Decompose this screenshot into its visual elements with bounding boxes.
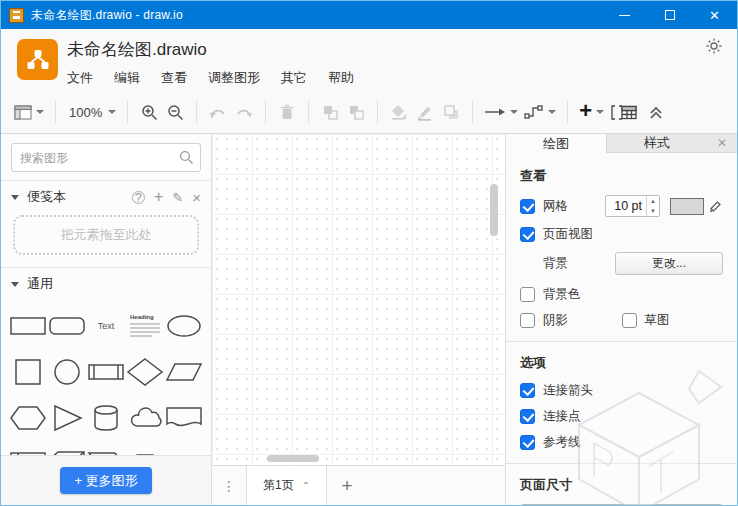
page-view-label: 页面视图 <box>543 226 593 243</box>
line-color-button[interactable] <box>412 97 438 127</box>
general-section-header[interactable]: 通用 <box>1 268 211 300</box>
shape-process[interactable] <box>87 352 126 392</box>
more-shapes-button[interactable]: + 更多图形 <box>60 467 151 494</box>
page-view-checkbox[interactable] <box>520 227 535 242</box>
shape-triangle[interactable] <box>48 398 87 438</box>
grid-size-stepper[interactable]: ▲▼ <box>646 196 659 216</box>
menu-item-2[interactable]: 查看 <box>161 69 187 87</box>
tab-style[interactable]: 样式 <box>607 134 707 152</box>
window-title: 未命名绘图.drawio - draw.io <box>31 7 602 24</box>
to-back-button[interactable] <box>343 97 369 127</box>
insert-table-button[interactable] <box>607 97 643 127</box>
option-checkbox-0[interactable] <box>520 383 535 398</box>
scratchpad-edit-icon[interactable]: ✎ <box>172 191 183 204</box>
vertical-scrollbar[interactable] <box>490 184 498 236</box>
search-icon <box>179 150 194 165</box>
shape-tape[interactable] <box>164 444 203 455</box>
shape-parallelogram[interactable] <box>164 352 203 392</box>
svg-text:Heading: Heading <box>130 314 154 320</box>
plus-icon: + <box>579 100 592 122</box>
app-window: 未命名绘图.drawio - draw.io ✕ 未命名绘图.drawio 文件… <box>0 0 738 506</box>
edit-color-icon[interactable] <box>709 199 723 213</box>
theme-toggle-icon[interactable] <box>705 37 723 59</box>
sketch-checkbox[interactable] <box>622 313 637 328</box>
menu-item-3[interactable]: 调整图形 <box>208 69 260 87</box>
shape-rectangle[interactable] <box>9 306 48 346</box>
view-panels-button[interactable] <box>11 97 47 127</box>
collapse-expand-button[interactable] <box>643 97 669 127</box>
page-tab[interactable]: 第1页 ⌃ <box>246 466 327 505</box>
scratchpad-add-icon[interactable]: + <box>154 189 163 205</box>
option-checkbox-2[interactable] <box>520 435 535 450</box>
options-list: 连接箭头连接点参考线 <box>520 382 723 451</box>
undo-button[interactable] <box>205 97 231 127</box>
shape-ellipse[interactable] <box>164 306 203 346</box>
shape-document[interactable] <box>164 398 203 438</box>
redo-button[interactable] <box>231 97 257 127</box>
add-page-button[interactable]: + <box>327 466 367 505</box>
waypoint-style-button[interactable] <box>521 97 559 127</box>
app-icon <box>9 8 24 23</box>
option-label-0: 连接箭头 <box>543 382 593 399</box>
scratchpad-header[interactable]: 便笺本 ? + ✎ × <box>1 181 211 213</box>
background-color-checkbox[interactable] <box>520 287 535 302</box>
drawing-canvas[interactable] <box>212 134 505 465</box>
to-front-button[interactable] <box>317 97 343 127</box>
format-panel-tabs: 绘图 样式 ✕ <box>506 134 737 153</box>
shape-text[interactable]: Text <box>87 306 126 346</box>
view-section-title: 查看 <box>520 167 723 185</box>
canvas-column: ⋮ 第1页 ⌃ + <box>212 134 505 505</box>
close-button[interactable]: ✕ <box>692 1 737 29</box>
help-icon[interactable]: ? <box>132 191 145 204</box>
shape-rounded-rectangle[interactable] <box>48 306 87 346</box>
tab-diagram[interactable]: 绘图 <box>506 134 607 153</box>
shape-circle[interactable] <box>48 352 87 392</box>
shadow-label: 阴影 <box>543 312 568 329</box>
scratchpad-dropzone[interactable]: 把元素拖至此处 <box>13 215 199 255</box>
grid-checkbox[interactable] <box>520 199 535 214</box>
menu-item-0[interactable]: 文件 <box>67 69 93 87</box>
option-checkbox-1[interactable] <box>520 409 535 424</box>
panel-close-icon[interactable]: ✕ <box>707 134 737 152</box>
zoom-in-button[interactable] <box>136 97 162 127</box>
shape-cube[interactable] <box>48 444 87 455</box>
menu-item-5[interactable]: 帮助 <box>328 69 354 87</box>
scratchpad-close-icon[interactable]: × <box>192 190 201 205</box>
minimize-button[interactable] <box>602 1 647 29</box>
options-section-title: 选项 <box>520 354 723 372</box>
zoom-level-dropdown[interactable]: 100% <box>64 97 119 127</box>
main-area: 便笺本 ? + ✎ × 把元素拖至此处 通用 TextHeading + 更多图… <box>1 134 737 505</box>
chevron-down-icon <box>548 110 556 114</box>
shape-diamond[interactable] <box>125 352 164 392</box>
scratchpad-title: 便笺本 <box>27 188 66 206</box>
chevron-down-icon <box>510 110 518 114</box>
drawio-logo-icon <box>17 39 58 80</box>
menu-item-4[interactable]: 其它 <box>281 69 307 87</box>
grid-size-input[interactable]: 10 pt ▲▼ <box>605 195 660 217</box>
fill-color-button[interactable] <box>386 97 412 127</box>
maximize-button[interactable] <box>647 1 692 29</box>
search-input[interactable] <box>11 143 201 172</box>
shape-internal-storage[interactable] <box>9 444 48 455</box>
insert-button[interactable]: + <box>576 97 607 127</box>
shape-cloud[interactable] <box>125 398 164 438</box>
shadow-checkbox[interactable] <box>520 313 535 328</box>
shape-hexagon[interactable] <box>9 398 48 438</box>
horizontal-scrollbar[interactable] <box>267 455 319 462</box>
grid-color-swatch[interactable] <box>670 198 704 215</box>
shape-trapezoid[interactable] <box>125 444 164 455</box>
shape-heading[interactable]: Heading <box>125 306 164 346</box>
page-bar: ⋮ 第1页 ⌃ + <box>212 465 505 505</box>
shape-step[interactable] <box>87 444 126 455</box>
delete-button[interactable] <box>274 97 300 127</box>
shape-cylinder[interactable] <box>87 398 126 438</box>
page-size-section-title: 页面尺寸 <box>520 476 723 494</box>
connection-style-button[interactable] <box>481 97 521 127</box>
change-background-button[interactable]: 更改... <box>615 252 723 275</box>
shape-square[interactable] <box>9 352 48 392</box>
chevron-down-icon <box>11 195 19 200</box>
shadow-button[interactable] <box>438 97 464 127</box>
menu-item-1[interactable]: 编辑 <box>114 69 140 87</box>
zoom-out-button[interactable] <box>162 97 188 127</box>
pages-menu-icon[interactable]: ⋮ <box>212 466 246 505</box>
